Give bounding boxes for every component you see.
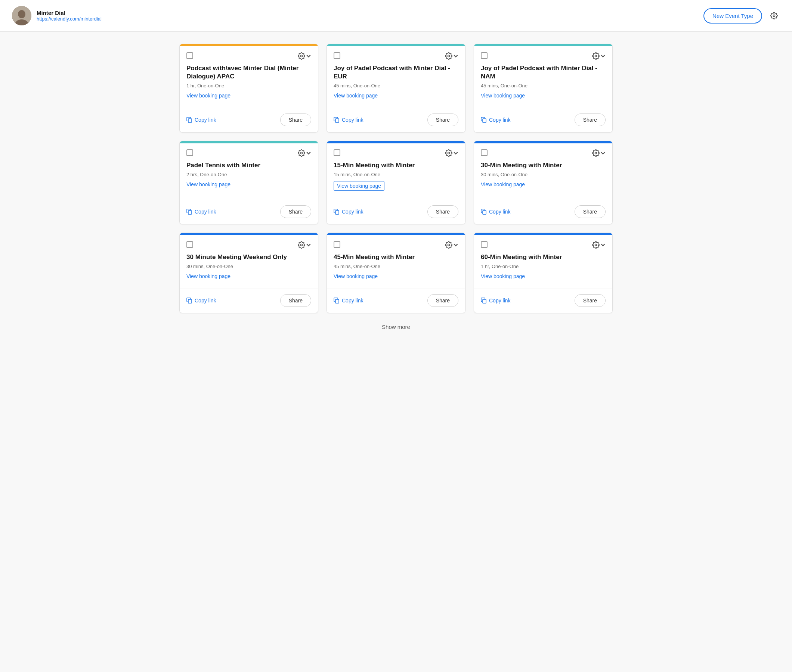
card-settings-button[interactable] [592, 52, 606, 60]
show-more-text: Show more [382, 324, 410, 330]
share-button[interactable]: Share [427, 205, 459, 218]
view-booking-page-link[interactable]: View booking page [186, 181, 231, 187]
card-checkbox[interactable] [186, 52, 193, 59]
view-booking-page-link[interactable]: View booking page [333, 93, 378, 99]
view-booking-page-link[interactable]: View booking page [186, 93, 231, 99]
card-checkbox[interactable] [186, 241, 193, 248]
svg-rect-13 [335, 211, 339, 214]
card-meta: 1 hr, One-on-One [186, 83, 311, 88]
card-settings-button[interactable] [298, 149, 311, 157]
card-meta: 30 mins, One-on-One [186, 264, 311, 269]
card-gear-icon [445, 241, 452, 249]
card-header [327, 235, 465, 249]
view-booking-page-link[interactable]: View booking page [481, 93, 525, 99]
svg-rect-19 [335, 299, 339, 303]
view-booking-page-link[interactable]: View booking page [333, 273, 378, 279]
event-card-4: Padel Tennis with Minter 2 hrs, One-on-O… [179, 141, 318, 224]
event-card-1: Podcast with/avec Minter Dial (Minter Di… [179, 44, 318, 133]
svg-point-12 [448, 152, 450, 154]
show-more-area: Show more [179, 313, 613, 338]
card-header [180, 235, 318, 249]
new-event-type-button[interactable]: New Event Type [704, 8, 762, 24]
card-footer: Copy link Share [180, 108, 318, 132]
copy-icon [481, 209, 487, 215]
copy-link-button[interactable]: Copy link [186, 298, 216, 304]
settings-gear-icon-button[interactable] [768, 10, 780, 22]
card-body: 60-Min Meeting with Minter 1 hr, One-on-… [474, 249, 612, 284]
copy-link-button[interactable]: Copy link [333, 209, 364, 215]
copy-link-button[interactable]: Copy link [481, 117, 511, 123]
copy-link-button[interactable]: Copy link [333, 117, 364, 123]
card-gear-icon [445, 149, 452, 157]
svg-point-3 [773, 15, 775, 17]
card-title: 30 Minute Meeting Weekend Only [186, 253, 311, 261]
share-button[interactable]: Share [575, 294, 606, 307]
card-footer: Copy link Share [180, 200, 318, 224]
share-button[interactable]: Share [575, 205, 606, 218]
chevron-down-icon [453, 242, 459, 248]
card-checkbox[interactable] [333, 149, 340, 156]
share-button[interactable]: Share [280, 114, 311, 126]
event-card-6: 30-Min Meeting with Minter 30 mins, One-… [474, 141, 613, 224]
card-checkbox[interactable] [481, 241, 487, 248]
card-gear-icon [445, 52, 452, 60]
card-checkbox[interactable] [481, 149, 487, 156]
view-booking-page-link[interactable]: View booking page [481, 181, 525, 187]
copy-link-button[interactable]: Copy link [481, 298, 511, 304]
view-booking-page-link[interactable]: View booking page [333, 181, 385, 191]
card-header [327, 143, 465, 157]
card-checkbox[interactable] [186, 149, 193, 156]
copy-link-label: Copy link [195, 209, 216, 215]
svg-point-14 [595, 152, 597, 154]
card-checkbox[interactable] [481, 52, 487, 59]
card-gear-icon [298, 241, 305, 249]
chevron-down-icon [453, 150, 459, 156]
card-footer: Copy link Share [327, 289, 465, 313]
svg-point-20 [595, 244, 597, 246]
share-button[interactable]: Share [280, 205, 311, 218]
share-button[interactable]: Share [575, 114, 606, 126]
card-header [180, 46, 318, 60]
svg-point-8 [595, 55, 597, 57]
svg-point-1 [18, 10, 26, 18]
view-booking-page-link[interactable]: View booking page [186, 273, 231, 279]
card-footer: Copy link Share [327, 200, 465, 224]
copy-link-button[interactable]: Copy link [186, 117, 216, 123]
card-meta: 45 mins, One-on-One [333, 264, 459, 269]
chevron-down-icon [600, 150, 606, 156]
card-checkbox[interactable] [333, 52, 340, 59]
card-checkbox[interactable] [333, 241, 340, 248]
card-footer: Copy link Share [327, 108, 465, 132]
copy-icon [186, 209, 192, 215]
card-title: Podcast with/avec Minter Dial (Minter Di… [186, 64, 311, 81]
svg-point-4 [301, 55, 303, 57]
card-settings-button[interactable] [298, 52, 311, 60]
svg-rect-7 [335, 119, 339, 122]
card-settings-button[interactable] [445, 52, 459, 60]
copy-link-label: Copy link [342, 298, 364, 304]
card-settings-button[interactable] [592, 241, 606, 249]
user-name: Minter Dial [37, 10, 102, 16]
share-button[interactable]: Share [427, 114, 459, 126]
copy-link-button[interactable]: Copy link [481, 209, 511, 215]
share-button[interactable]: Share [280, 294, 311, 307]
card-title: 60-Min Meeting with Minter [481, 253, 606, 261]
copy-link-button[interactable]: Copy link [333, 298, 364, 304]
card-settings-button[interactable] [445, 241, 459, 249]
view-booking-page-link[interactable]: View booking page [481, 273, 525, 279]
user-url-link[interactable]: https://calendly.com/minterdial [37, 16, 102, 22]
copy-link-button[interactable]: Copy link [186, 209, 216, 215]
share-button[interactable]: Share [427, 294, 459, 307]
card-gear-icon [592, 149, 600, 157]
card-settings-button[interactable] [298, 241, 311, 249]
chevron-down-icon [600, 242, 606, 248]
card-title: 15-Min Meeting with Minter [333, 161, 459, 170]
card-gear-icon [298, 52, 305, 60]
card-settings-button[interactable] [445, 149, 459, 157]
card-gear-icon [298, 149, 305, 157]
svg-rect-15 [483, 211, 486, 214]
card-settings-button[interactable] [592, 149, 606, 157]
cards-grid: Podcast with/avec Minter Dial (Minter Di… [179, 44, 613, 313]
card-title: Joy of Padel Podcast with Minter Dial -E… [333, 64, 459, 81]
copy-icon [333, 209, 340, 215]
